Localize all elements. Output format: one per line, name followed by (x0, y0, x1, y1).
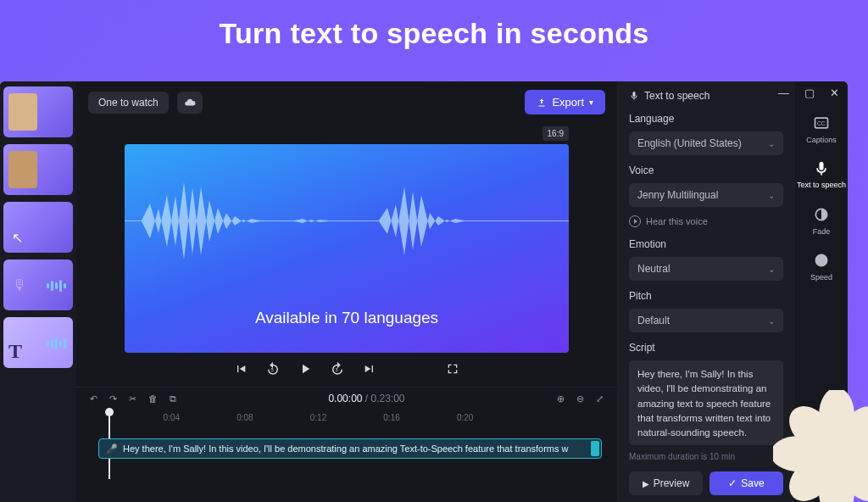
undo-icon[interactable]: ↶ (90, 393, 97, 404)
top-toolbar: One to watch Export ▾ (76, 81, 617, 123)
cloud-sync-icon[interactable] (177, 92, 203, 114)
check-icon: ✓ (728, 477, 737, 489)
svg-point-14 (819, 436, 854, 471)
rail-captions[interactable]: CC Captions (806, 114, 837, 144)
zoom-in-icon[interactable]: ⊕ (557, 393, 565, 404)
playback-controls: 5 5 (233, 353, 460, 385)
time-current: 0.00:00 (328, 393, 362, 404)
pitch-label: Pitch (629, 290, 783, 302)
language-value: English (United States) (637, 137, 742, 149)
decorative-flower (773, 390, 868, 502)
preview-area: 16:9 Available in 70 languages 5 5 (76, 123, 617, 387)
zoom-out-icon[interactable]: ⊖ (576, 393, 584, 404)
panel-heading-text: Text to speech (644, 90, 709, 102)
voice-select[interactable]: Jenny Multilingual ⌄ (629, 183, 783, 207)
thumbnail-item[interactable]: T (3, 317, 73, 368)
svg-text:5: 5 (271, 367, 274, 372)
forward-5-icon[interactable]: 5 (330, 361, 345, 376)
upload-icon (537, 98, 547, 108)
preview-button[interactable]: ▶ Preview (629, 471, 703, 495)
video-preview[interactable]: Available in 70 languages (125, 144, 569, 353)
skip-end-icon[interactable] (362, 361, 377, 376)
pitch-value: Default (637, 315, 670, 326)
hear-voice-label: Hear this voice (646, 216, 708, 226)
window-controls: — ▢ ✕ (778, 86, 839, 99)
timeline-ruler: 0:040:080:120:160:20 (90, 413, 604, 422)
rail-tts-label: Text to speech (797, 181, 846, 190)
voice-label: Voice (629, 165, 783, 176)
preview-overlay-text: Available in 70 languages (255, 309, 438, 327)
clip-resize-handle[interactable] (591, 441, 599, 456)
captions-icon: CC (812, 114, 831, 132)
skip-start-icon[interactable] (233, 361, 248, 376)
close-icon[interactable]: ✕ (830, 86, 839, 99)
fade-icon (812, 205, 831, 224)
microphone-icon (629, 91, 639, 101)
rail-fade[interactable]: Fade (812, 205, 831, 236)
chevron-down-icon: ⌄ (768, 265, 775, 274)
redo-icon[interactable]: ↷ (109, 393, 117, 404)
minimize-icon[interactable]: — (778, 86, 789, 99)
cut-icon[interactable]: ✂ (129, 393, 136, 404)
zoom-fit-icon[interactable]: ⤢ (596, 393, 604, 404)
chevron-down-icon: ⌄ (768, 139, 775, 148)
hero-title: Turn text to speech in seconds (0, 0, 868, 59)
mini-waveform-icon (47, 280, 66, 292)
thumbnail-item[interactable]: 🎙 (3, 259, 73, 310)
language-select[interactable]: English (United States) ⌄ (629, 131, 783, 155)
panel-actions: ▶ Preview ✓ Save (629, 471, 783, 495)
chevron-down-icon: ▾ (589, 98, 593, 107)
voice-value: Jenny Multilingual (637, 189, 718, 201)
fullscreen-icon[interactable] (445, 361, 460, 376)
microphone-icon: 🎙 (12, 276, 27, 294)
app-window: — ▢ ✕ ↖ 🎙 T One to watch (0, 81, 848, 502)
chevron-down-icon: ⌄ (768, 191, 775, 200)
timeline-toolbar: ↶ ↷ ✂ 🗑 ⧉ 0.00:00 / 0.23:00 ⊕ ⊖ ⤢ (76, 387, 617, 410)
play-icon: ▶ (643, 479, 649, 488)
hear-voice-button[interactable]: Hear this voice (629, 214, 783, 229)
export-button[interactable]: Export ▾ (525, 90, 605, 114)
mini-waveform-icon (47, 337, 66, 349)
thumbnail-item[interactable] (3, 86, 73, 137)
script-textarea[interactable]: Hey there, I'm Sally! In this video, I'l… (629, 360, 783, 445)
aspect-ratio-badge[interactable]: 16:9 (542, 126, 569, 141)
project-name-pill[interactable]: One to watch (88, 92, 169, 114)
max-duration-note: Maximum duration is 10 min (629, 452, 783, 461)
save-button-label: Save (741, 477, 764, 489)
save-button[interactable]: ✓ Save (709, 471, 783, 495)
pitch-select[interactable]: Default ⌄ (629, 309, 783, 332)
duplicate-icon[interactable]: ⧉ (170, 393, 176, 404)
rail-speed[interactable]: Speed (810, 251, 832, 282)
maximize-icon[interactable]: ▢ (804, 86, 815, 99)
svg-text:CC: CC (817, 120, 826, 126)
cursor-icon: ↖ (12, 230, 23, 246)
emotion-select[interactable]: Neutral ⌄ (629, 257, 783, 281)
time-display: 0.00:00 / 0.23:00 (188, 393, 545, 404)
delete-icon[interactable]: 🗑 (148, 393, 158, 404)
waveform-graphic (125, 170, 569, 271)
microphone-icon: 🎤 (106, 443, 118, 455)
rail-speed-label: Speed (810, 273, 832, 282)
clip-text: Hey there, I'm Sally! In this video, I'l… (123, 443, 569, 454)
time-total: 0.23:00 (371, 393, 405, 404)
chevron-down-icon: ⌄ (768, 316, 775, 326)
speed-icon (812, 251, 831, 270)
emotion-label: Emotion (629, 238, 783, 250)
emotion-value: Neutral (637, 263, 670, 275)
language-label: Language (629, 113, 783, 125)
svg-text:5: 5 (336, 367, 338, 372)
rail-text-to-speech[interactable]: Text to speech (797, 159, 846, 190)
audio-clip[interactable]: 🎤 Hey there, I'm Sally! In this video, I… (98, 438, 602, 459)
text-icon: T (8, 340, 22, 363)
microphone-icon (812, 159, 831, 178)
thumbnail-item[interactable]: ↖ (3, 202, 73, 253)
timeline[interactable]: 0:040:080:120:160:20 🎤 Hey there, I'm Sa… (76, 410, 617, 502)
rewind-5-icon[interactable]: 5 (265, 361, 281, 376)
rail-captions-label: Captions (806, 136, 837, 144)
thumbnail-item[interactable] (3, 144, 73, 195)
play-icon[interactable] (298, 361, 313, 376)
main-editor: One to watch Export ▾ 16:9 Avai (76, 81, 617, 502)
play-circle-icon (629, 215, 641, 227)
tts-panel: Text to speech Language English (United … (617, 81, 795, 502)
script-label: Script (629, 342, 783, 354)
